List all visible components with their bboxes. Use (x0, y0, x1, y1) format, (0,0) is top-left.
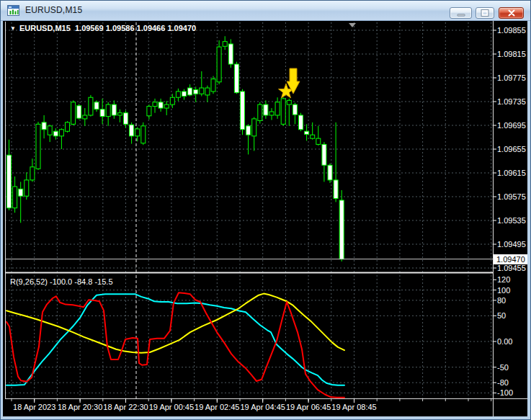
minimize-icon (457, 14, 465, 16)
window-title: EURUSD,M15 (25, 5, 82, 15)
restore-button[interactable] (476, 7, 494, 19)
main-chart-pane[interactable] (5, 22, 493, 272)
mt4-chart-window: EURUSD,M15 ▼EURUSD,M15 1.09569 1.09586 1… (0, 0, 531, 420)
indicator-pane[interactable] (5, 275, 493, 398)
time-axis[interactable] (5, 399, 493, 416)
restore-icon (482, 10, 488, 16)
close-button[interactable] (499, 7, 524, 19)
price-axis[interactable] (494, 22, 527, 398)
titlebar[interactable]: EURUSD,M15 (1, 1, 530, 21)
pane-splitter[interactable] (3, 272, 494, 275)
close-icon (507, 9, 515, 17)
chart-window-icon (7, 5, 20, 17)
minimize-button[interactable] (450, 7, 472, 19)
